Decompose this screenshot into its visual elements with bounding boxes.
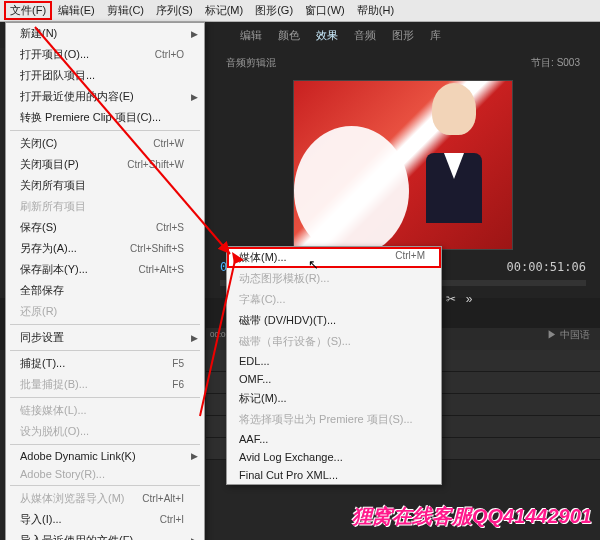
menu-help[interactable]: 帮助(H) xyxy=(351,1,400,20)
menu-item: 还原(R) xyxy=(6,301,204,322)
menu-item[interactable]: 关闭(C)Ctrl+W xyxy=(6,133,204,154)
export-submenu: 媒体(M)...Ctrl+M动态图形模板(R)...字幕(C)...磁带 (DV… xyxy=(226,246,442,485)
submenu-item: 动态图形模板(R)... xyxy=(227,268,441,289)
submenu-item[interactable]: EDL... xyxy=(227,352,441,370)
submenu-arrow-icon: ▶ xyxy=(191,333,198,343)
menu-sequence[interactable]: 序列(S) xyxy=(150,1,199,20)
tab-effects[interactable]: 效果 xyxy=(316,28,338,43)
menu-item: 链接媒体(L)... xyxy=(6,400,204,421)
submenu-item[interactable]: 媒体(M)...Ctrl+M xyxy=(227,247,441,268)
menu-item[interactable]: 转换 Premiere Clip 项目(C)... xyxy=(6,107,204,128)
audio-mixer-label: 音频剪辑混 xyxy=(218,52,284,74)
menu-item[interactable]: 同步设置▶ xyxy=(6,327,204,348)
submenu-arrow-icon: ▶ xyxy=(191,92,198,102)
menubar: 文件(F) 编辑(E) 剪辑(C) 序列(S) 标记(M) 图形(G) 窗口(W… xyxy=(0,0,600,22)
file-menu-dropdown: 新建(N)▶打开项目(O)...Ctrl+O打开团队项目...打开最近使用的内容… xyxy=(5,22,205,540)
tab-audio[interactable]: 音频 xyxy=(354,28,376,43)
menu-item[interactable]: 捕捉(T)...F5 xyxy=(6,353,204,374)
ime-indicator: ▶ 中国语 xyxy=(547,328,590,342)
menu-item[interactable]: 另存为(A)...Ctrl+Shift+S xyxy=(6,238,204,259)
tab-graphics[interactable]: 图形 xyxy=(392,28,414,43)
submenu-item[interactable]: OMF... xyxy=(227,370,441,388)
menu-item[interactable]: 导入最近使用的文件(F)▶ xyxy=(6,530,204,540)
menu-item[interactable]: 关闭项目(P)Ctrl+Shift+W xyxy=(6,154,204,175)
menu-item: Adobe Story(R)... xyxy=(6,465,204,483)
menu-item[interactable]: 保存(S)Ctrl+S xyxy=(6,217,204,238)
submenu-item[interactable]: 磁带 (DV/HDV)(T)... xyxy=(227,310,441,331)
submenu-arrow-icon: ▶ xyxy=(191,29,198,39)
menu-item[interactable]: Adobe Dynamic Link(K)▶ xyxy=(6,447,204,465)
menu-file[interactable]: 文件(F) xyxy=(4,1,52,20)
submenu-item[interactable]: Final Cut Pro XML... xyxy=(227,466,441,484)
menu-clip[interactable]: 剪辑(C) xyxy=(101,1,150,20)
submenu-item: 将选择项导出为 Premiere 项目(S)... xyxy=(227,409,441,430)
menu-item[interactable]: 导入(I)...Ctrl+I xyxy=(6,509,204,530)
submenu-item: 磁带（串行设备）(S)... xyxy=(227,331,441,352)
menu-item[interactable]: 新建(N)▶ xyxy=(6,23,204,44)
menu-edit[interactable]: 编辑(E) xyxy=(52,1,101,20)
menu-graphics[interactable]: 图形(G) xyxy=(249,1,299,20)
menu-item: 从媒体浏览器导入(M)Ctrl+Alt+I xyxy=(6,488,204,509)
submenu-arrow-icon: ▶ xyxy=(191,451,198,461)
lift-icon[interactable]: ✂ xyxy=(446,292,456,306)
menu-item[interactable]: 打开项目(O)...Ctrl+O xyxy=(6,44,204,65)
menu-item: 设为脱机(O)... xyxy=(6,421,204,442)
tab-color[interactable]: 颜色 xyxy=(278,28,300,43)
menu-item[interactable]: 打开团队项目... xyxy=(6,65,204,86)
tab-library[interactable]: 库 xyxy=(430,28,441,43)
program-label: 节目: S003 xyxy=(523,52,588,74)
submenu-item[interactable]: Avid Log Exchange... xyxy=(227,448,441,466)
submenu-item: 字幕(C)... xyxy=(227,289,441,310)
tab-edit[interactable]: 编辑 xyxy=(240,28,262,43)
watermark-text: 狸窝在线客服QQ41442901 xyxy=(352,503,592,530)
menu-item[interactable]: 保存副本(Y)...Ctrl+Alt+S xyxy=(6,259,204,280)
timecode-duration: 00:00:51:06 xyxy=(507,260,586,274)
menu-marker[interactable]: 标记(M) xyxy=(199,1,250,20)
submenu-item[interactable]: AAF... xyxy=(227,430,441,448)
program-video[interactable] xyxy=(293,80,513,250)
submenu-arrow-icon: ▶ xyxy=(191,536,198,541)
menu-item[interactable]: 关闭所有项目 xyxy=(6,175,204,196)
menu-item[interactable]: 打开最近使用的内容(E)▶ xyxy=(6,86,204,107)
submenu-item[interactable]: 标记(M)... xyxy=(227,388,441,409)
menu-item: 批量捕捉(B)...F6 xyxy=(6,374,204,395)
more-icon[interactable]: » xyxy=(466,292,473,306)
menu-item: 刷新所有项目 xyxy=(6,196,204,217)
menu-item[interactable]: 全部保存 xyxy=(6,280,204,301)
menu-window[interactable]: 窗口(W) xyxy=(299,1,351,20)
